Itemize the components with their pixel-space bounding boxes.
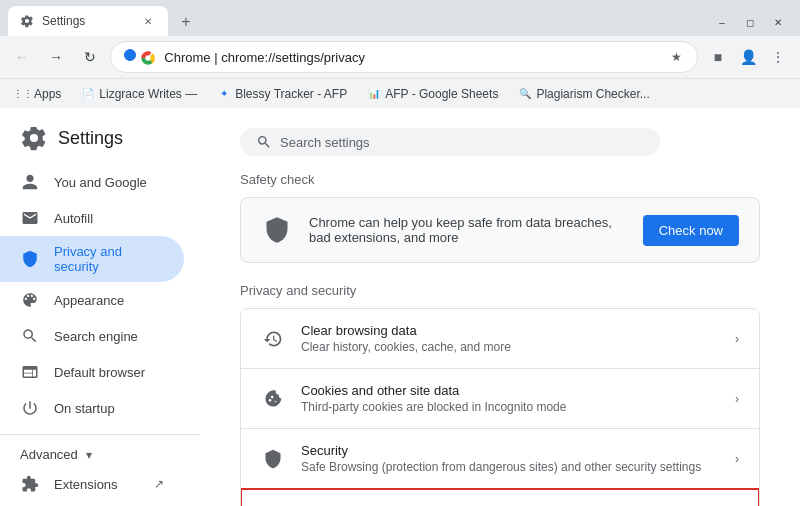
search-icon (256, 134, 272, 150)
close-button[interactable]: ✕ (764, 12, 792, 32)
bookmark-blessy-label: Blessy Tracker - AFP (235, 87, 347, 101)
sidebar-advanced-section[interactable]: Advanced ▾ (0, 443, 200, 466)
security-desc: Safe Browsing (protection from dangerous… (301, 460, 719, 474)
reload-button[interactable]: ↻ (76, 43, 104, 71)
appearance-icon (20, 290, 40, 310)
window-controls: – ◻ ✕ (708, 12, 792, 36)
power-icon (20, 398, 40, 418)
lizgrace-favicon: 📄 (81, 87, 95, 101)
search-bar[interactable]: Search settings (240, 128, 660, 156)
tab-close-button[interactable]: ✕ (140, 13, 156, 29)
sidebar-label-extensions: Extensions (54, 477, 118, 492)
sidebar-item-on-startup[interactable]: On startup (0, 390, 184, 426)
bookmark-apps[interactable]: ⋮⋮ Apps (8, 85, 69, 103)
security-text: Security Safe Browsing (protection from … (301, 443, 719, 474)
sidebar-header: Settings (0, 116, 200, 164)
privacy-list: Clear browsing data Clear history, cooki… (240, 308, 760, 506)
bookmark-afp-label: AFP - Google Sheets (385, 87, 498, 101)
address-text: Chrome | chrome://settings/privacy (164, 50, 659, 65)
settings-tab-favicon (20, 14, 34, 28)
extensions-button[interactable]: ■ (704, 43, 732, 71)
back-button[interactable]: ← (8, 43, 36, 71)
settings-tab-title: Settings (42, 14, 132, 28)
bookmark-star-icon[interactable]: ★ (667, 48, 685, 66)
bookmark-plagiarism-label: Plagiarism Checker... (536, 87, 649, 101)
external-link-icon: ↗ (154, 477, 164, 491)
bookmark-lizgrace[interactable]: 📄 Lizgrace Writes — (73, 85, 205, 103)
sidebar-item-search-engine[interactable]: Search engine (0, 318, 184, 354)
history-icon (261, 327, 285, 351)
safety-shield-icon (261, 214, 293, 246)
cookies-title: Cookies and other site data (301, 383, 719, 398)
sidebar-divider (0, 434, 200, 435)
nav-right-icons: ■ 👤 ⋮ (704, 43, 792, 71)
sidebar-title: Settings (58, 128, 123, 149)
afp-favicon: 📊 (367, 87, 381, 101)
sidebar-item-about-chrome[interactable]: About Chrome (0, 502, 184, 506)
privacy-item-clear-browsing[interactable]: Clear browsing data Clear history, cooki… (241, 309, 759, 369)
profile-button[interactable]: 👤 (734, 43, 762, 71)
clear-browsing-text: Clear browsing data Clear history, cooki… (301, 323, 719, 354)
sidebar-label-appearance: Appearance (54, 293, 124, 308)
chevron-down-icon: ▾ (86, 448, 92, 462)
puzzle-icon (20, 474, 40, 494)
sidebar-item-extensions[interactable]: Extensions ↗ (0, 466, 184, 502)
tab-settings[interactable]: Settings ✕ (8, 6, 168, 36)
bookmarks-bar: ⋮⋮ Apps 📄 Lizgrace Writes — ✦ Blessy Tra… (0, 78, 800, 108)
cookies-text: Cookies and other site data Third-party … (301, 383, 719, 414)
bookmark-plagiarism[interactable]: 🔍 Plagiarism Checker... (510, 85, 657, 103)
bookmark-afp-sheets[interactable]: 📊 AFP - Google Sheets (359, 85, 506, 103)
new-tab-button[interactable]: + (172, 8, 200, 36)
menu-button[interactable]: ⋮ (764, 43, 792, 71)
svg-point-2 (146, 56, 151, 61)
apps-grid-icon: ⋮⋮ (16, 87, 30, 101)
browser-window: Settings ✕ + – ◻ ✕ ← → ↻ (0, 0, 800, 506)
sidebar-label-autofill: Autofill (54, 211, 93, 226)
bookmark-lizgrace-label: Lizgrace Writes — (99, 87, 197, 101)
cookies-desc: Third-party cookies are blocked in Incog… (301, 400, 719, 414)
sidebar-label-default-browser: Default browser (54, 365, 145, 380)
sidebar-item-default-browser[interactable]: Default browser (0, 354, 184, 390)
lock-icon (20, 249, 40, 269)
bookmark-blessy[interactable]: ✦ Blessy Tracker - AFP (209, 85, 355, 103)
sidebar-label-you-and-google: You and Google (54, 175, 147, 190)
main-settings-content: Search settings Safety check Chrome can … (200, 108, 800, 506)
sidebar-label-privacy: Privacy and security (54, 244, 164, 274)
advanced-label: Advanced (20, 447, 78, 462)
sidebar-item-appearance[interactable]: Appearance (0, 282, 184, 318)
lock-icon (123, 48, 156, 67)
shield-icon (261, 447, 285, 471)
address-bar[interactable]: Chrome | chrome://settings/privacy ★ (110, 41, 698, 73)
safety-check-title: Safety check (240, 172, 760, 187)
sidebar-label-search: Search engine (54, 329, 138, 344)
arrow-right-icon: › (735, 452, 739, 466)
forward-button[interactable]: → (42, 43, 70, 71)
privacy-item-cookies[interactable]: Cookies and other site data Third-party … (241, 369, 759, 429)
security-title: Security (301, 443, 719, 458)
sidebar-item-autofill[interactable]: Autofill (0, 200, 184, 236)
arrow-right-icon: › (735, 332, 739, 346)
safety-check-card: Chrome can help you keep safe from data … (240, 197, 760, 263)
cookie-icon (261, 387, 285, 411)
safety-check-description: Chrome can help you keep safe from data … (309, 215, 612, 245)
sidebar-item-you-and-google[interactable]: You and Google (0, 164, 184, 200)
blessy-favicon: ✦ (217, 87, 231, 101)
sidebar-label-on-startup: On startup (54, 401, 115, 416)
clear-browsing-desc: Clear history, cookies, cache, and more (301, 340, 719, 354)
autofill-icon (20, 208, 40, 228)
clear-browsing-title: Clear browsing data (301, 323, 719, 338)
sidebar: Settings You and Google Autofill Privacy… (0, 108, 200, 506)
settings-logo-icon (20, 124, 48, 152)
sidebar-item-privacy-security[interactable]: Privacy and security (0, 236, 184, 282)
maximize-button[interactable]: ◻ (736, 12, 764, 32)
privacy-item-site-settings[interactable]: Site Settings Controls what information … (240, 488, 760, 506)
privacy-section-title: Privacy and security (240, 283, 760, 298)
check-now-button[interactable]: Check now (643, 215, 739, 246)
address-icons: ★ (667, 48, 685, 66)
privacy-item-security[interactable]: Security Safe Browsing (protection from … (241, 429, 759, 489)
minimize-button[interactable]: – (708, 12, 736, 32)
browser-icon (20, 362, 40, 382)
plagiarism-favicon: 🔍 (518, 87, 532, 101)
person-icon (20, 172, 40, 192)
safety-check-text: Chrome can help you keep safe from data … (309, 215, 627, 245)
